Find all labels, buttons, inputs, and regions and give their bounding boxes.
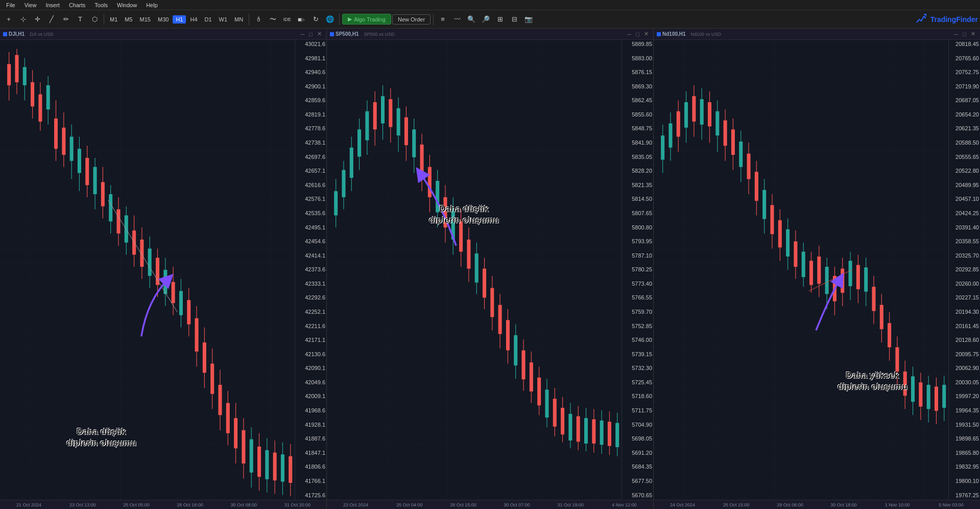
menu-view[interactable]: View (20, 1, 41, 9)
svg-rect-189 (802, 251, 805, 277)
price-sp500-9: 5828.20 (623, 168, 652, 174)
toolbar-btn-chart-type[interactable]: 🕯 (252, 13, 265, 26)
price-nd100-30: 19832.95 (950, 464, 979, 470)
price-nd100-31: 19800.10 (950, 478, 979, 484)
algo-trading-button[interactable]: ▶ Algo Trading (342, 14, 391, 25)
price-sp500-27: 5704.90 (623, 422, 652, 428)
toolbar-btn-refresh[interactable]: ↻ (309, 13, 322, 26)
chart-body-nd100: Daha yüksekdiplerin oluşumu 20818.45 207… (654, 40, 980, 509)
logo-text: TradingFinder (930, 15, 978, 24)
svg-rect-62 (242, 430, 245, 464)
chart-inner-dji: Daha düşükdiplerin oluşumu 43021.6 42981… (0, 40, 326, 500)
price-dji-29: 41847.1 (296, 450, 325, 456)
menu-file[interactable]: File (2, 1, 19, 9)
sp500-maximize[interactable]: □ (634, 31, 641, 37)
toolbar-btn-zoom-in[interactable]: 🔍 (465, 13, 478, 26)
toolbar-btn-zoom-out[interactable]: 🔎 (479, 13, 492, 26)
price-dji-17: 42333.1 (296, 281, 325, 287)
svg-rect-144 (592, 420, 595, 444)
sep1 (104, 14, 104, 25)
price-sp500-5: 5855.60 (623, 111, 652, 118)
tf-m15[interactable]: M15 (137, 15, 154, 24)
toolbar-btn-crosshair[interactable]: ✛ (31, 13, 44, 26)
svg-rect-185 (786, 229, 790, 257)
sp500-close[interactable]: ✕ (642, 31, 650, 37)
svg-rect-0 (0, 40, 295, 500)
price-axis-sp500: 5889.85 5883.00 5876.15 5869.30 5862.45 … (622, 40, 653, 500)
tf-m5[interactable]: M5 (122, 15, 135, 24)
chart-window-title-sp500: SP500,H1 (336, 31, 359, 37)
menu-help[interactable]: Help (142, 1, 162, 9)
svg-rect-106 (443, 197, 447, 227)
menu-charts[interactable]: Charts (65, 1, 89, 9)
price-sp500-17: 5773.40 (623, 281, 652, 287)
tf-h1[interactable]: H1 (173, 15, 186, 24)
price-sp500-26: 5711.75 (623, 407, 652, 414)
sp500-minimize[interactable]: ─ (626, 31, 633, 37)
svg-rect-68 (265, 450, 269, 479)
tf-mn[interactable]: MN (231, 15, 246, 24)
time-axis-nd100: 24 Oct 2024 25 Oct 15:00 29 Oct 06:00 30… (654, 500, 980, 509)
toolbar-btn-text[interactable]: T (74, 13, 87, 26)
toolbar-btn-shapes[interactable]: ⬡ (88, 13, 101, 26)
svg-rect-187 (794, 241, 797, 267)
toolbar-btn-grid[interactable]: ⊞ (493, 13, 507, 26)
toolbar-btn-screenshot[interactable]: 📷 (522, 13, 535, 26)
toolbar-btn-wave[interactable]: 〰 (450, 13, 464, 26)
toolbar-btn-ide[interactable]: IDE (280, 13, 294, 26)
price-sp500-8: 5835.05 (623, 154, 652, 160)
dji-minimize[interactable]: ─ (299, 31, 306, 37)
time-nd100-3: 30 Oct 18:00 (817, 502, 871, 507)
menu-window[interactable]: Window (113, 1, 141, 9)
svg-rect-38 (148, 249, 152, 276)
toolbar-btn-indicators[interactable]: 〜 (266, 13, 279, 26)
svg-rect-214 (895, 348, 899, 372)
toolbar-btn-backtest[interactable]: ◼▷ (295, 13, 308, 26)
dji-close[interactable]: ✕ (316, 31, 323, 37)
price-sp500-16: 5780.25 (623, 266, 652, 273)
toolbar-btn-cursor[interactable]: ⊹ (16, 13, 30, 26)
chart-canvas-area-dji[interactable]: Daha düşükdiplerin oluşumu (0, 40, 295, 500)
svg-rect-165 (708, 102, 711, 126)
svg-rect-208 (872, 287, 875, 311)
nd100-close[interactable]: ✕ (969, 31, 977, 37)
menu-tools[interactable]: Tools (90, 1, 112, 9)
toolbar-btn-depth[interactable]: ≡ (436, 13, 449, 26)
svg-rect-14 (54, 119, 58, 149)
tf-m1[interactable]: M1 (107, 15, 121, 24)
price-sp500-32: 5670.65 (623, 492, 652, 499)
svg-rect-30 (116, 210, 120, 234)
chart-canvas-area-nd100[interactable]: Daha yüksekdiplerin oluşumu (654, 40, 948, 500)
tf-m30[interactable]: M30 (155, 15, 172, 24)
price-dji-8: 42697.6 (296, 154, 325, 160)
toolbar-btn-draw[interactable]: ✏ (59, 13, 73, 26)
tf-w1[interactable]: W1 (216, 15, 231, 24)
tf-d1[interactable]: D1 (202, 15, 215, 24)
time-sp500-2: 28 Oct 15:00 (436, 502, 490, 507)
nd100-maximize[interactable]: □ (961, 31, 968, 37)
toolbar-btn-globe[interactable]: 🌐 (323, 13, 337, 26)
svg-rect-50 (195, 318, 199, 352)
price-dji-3: 42900.1 (296, 83, 325, 90)
new-order-button[interactable]: New Order (392, 14, 431, 25)
svg-rect-210 (880, 305, 883, 329)
svg-rect-173 (739, 142, 743, 167)
sep2 (249, 14, 249, 25)
price-dji-12: 42535.6 (296, 210, 325, 217)
time-nd100-5: 5 Nov 03:00 (924, 502, 978, 507)
menu-insert[interactable]: Insert (41, 1, 64, 9)
dji-maximize[interactable]: □ (307, 31, 314, 37)
toolbar-btn-chart-group[interactable]: ⊟ (508, 13, 521, 26)
play-icon: ▶ (348, 16, 352, 22)
svg-rect-110 (459, 221, 463, 251)
price-nd100-2: 20752.75 (950, 69, 979, 76)
time-nd100-4: 1 Nov 10:00 (871, 502, 924, 507)
chart-canvas-area-sp500[interactable]: Daha düşükdiplerin oluşumu (327, 40, 622, 500)
toolbar-btn-new[interactable]: + (2, 13, 15, 26)
tf-h4[interactable]: H4 (187, 15, 200, 24)
price-sp500-30: 5684.35 (623, 464, 652, 470)
symbol-square-dji (3, 32, 7, 36)
nd100-minimize[interactable]: ─ (953, 31, 960, 37)
toolbar-btn-line[interactable]: ╱ (45, 13, 58, 26)
price-nd100-1: 20765.60 (950, 55, 979, 62)
